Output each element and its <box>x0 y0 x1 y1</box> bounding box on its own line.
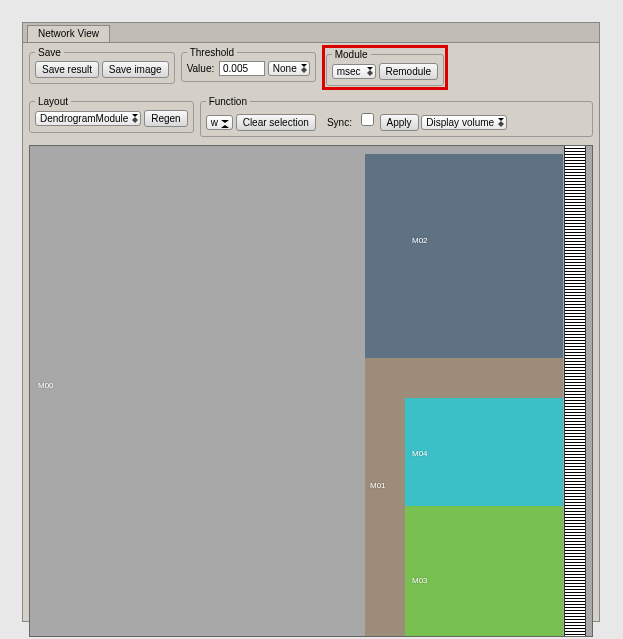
save-legend: Save <box>35 47 64 58</box>
treemap-canvas[interactable]: M00 M02 M01 M04 M03 <box>29 145 593 637</box>
tab-network-view[interactable]: Network View <box>27 25 110 42</box>
function-group: Function w Clear selection Sync: Apply D… <box>200 96 593 137</box>
tab-strip: Network View <box>23 23 599 43</box>
block-m00[interactable] <box>30 146 365 636</box>
function-var-select[interactable]: w <box>206 115 233 130</box>
remodule-button[interactable]: Remodule <box>379 63 439 80</box>
apply-button[interactable]: Apply <box>380 114 419 131</box>
save-group: Save Save result Save image <box>29 47 175 84</box>
regen-button[interactable]: Regen <box>144 110 187 127</box>
main-panel: Network View Save Save result Save image… <box>22 22 600 622</box>
toolbar-row-1: Save Save result Save image Threshold Va… <box>23 43 599 92</box>
block-m02[interactable] <box>365 154 563 358</box>
module-legend: Module <box>332 49 371 60</box>
sync-checkbox[interactable] <box>361 113 374 126</box>
threshold-value-label: Value: <box>187 63 215 74</box>
module-group: Module msec Remodule <box>326 49 444 86</box>
module-name-select[interactable]: msec <box>332 64 376 79</box>
toolbar-row-2: Layout DendrogramModule Regen Function w… <box>23 92 599 141</box>
block-m04[interactable] <box>405 398 563 506</box>
layout-mode-select[interactable]: DendrogramModule <box>35 111 141 126</box>
save-result-button[interactable]: Save result <box>35 61 99 78</box>
layout-legend: Layout <box>35 96 71 107</box>
save-image-button[interactable]: Save image <box>102 61 169 78</box>
threshold-value-input[interactable] <box>219 61 265 76</box>
clear-selection-button[interactable]: Clear selection <box>236 114 316 131</box>
module-highlight: Module msec Remodule <box>322 45 448 90</box>
display-mode-select[interactable]: Display volume <box>421 115 507 130</box>
block-m01[interactable] <box>365 398 405 636</box>
ruler-strip <box>564 146 586 636</box>
block-band[interactable] <box>365 358 563 398</box>
block-m03[interactable] <box>405 506 563 636</box>
threshold-group: Threshold Value: None <box>181 47 316 82</box>
function-legend: Function <box>206 96 250 107</box>
layout-group: Layout DendrogramModule Regen <box>29 96 194 133</box>
threshold-legend: Threshold <box>187 47 237 58</box>
sync-label: Sync: <box>327 117 352 128</box>
threshold-method-select[interactable]: None <box>268 61 310 76</box>
